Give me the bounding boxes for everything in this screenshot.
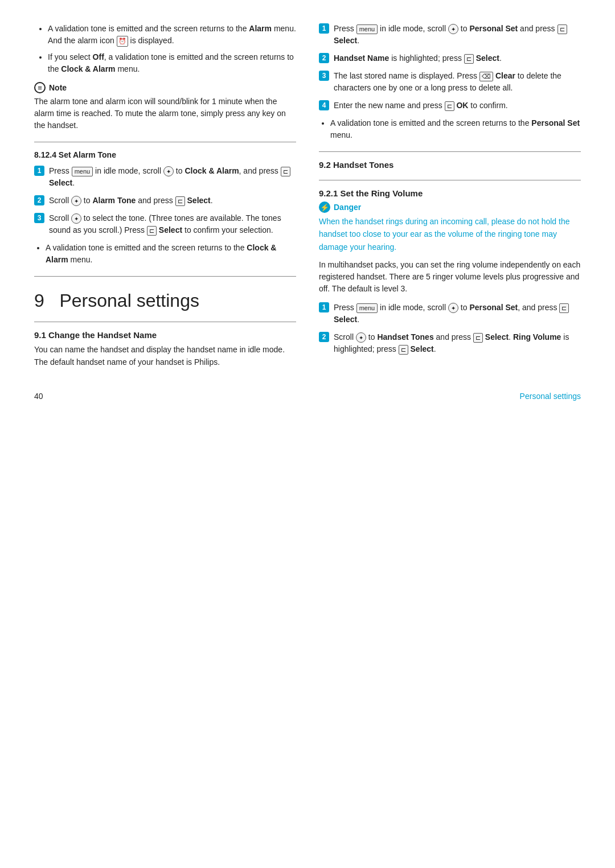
chapter-title: Personal settings <box>59 290 199 311</box>
step-list-8124: 1 Press menu in idle mode, scroll ✦ to C… <box>34 165 296 236</box>
step-content-3: Scroll ✦ to select the tone. (Three tone… <box>49 212 296 236</box>
section-921-intro: In multihandset packs, you can set the r… <box>319 259 581 295</box>
step-3: 3 Scroll ✦ to select the tone. (Three to… <box>34 212 296 236</box>
step-content-r3: The last stored name is displayed. Press… <box>334 70 581 94</box>
page-number: 40 <box>34 392 43 401</box>
step-content-921-2: Scroll ✦ to Handset Tones and press ⊏ Se… <box>334 331 581 355</box>
step-list-91: 1 Press menu in idle mode, scroll ✦ to P… <box>319 23 581 112</box>
chapter-number: 9 <box>34 290 44 311</box>
select-key-r2: ⊏ <box>464 54 474 64</box>
note-box: ≡ Note The alarm tone and alarm icon wil… <box>34 82 296 131</box>
divider-r2 <box>319 180 581 180</box>
divider-1 <box>34 142 296 142</box>
step-badge-r2: 2 <box>319 53 329 63</box>
step-badge-921-2: 2 <box>319 332 329 342</box>
subsection-8124-title: 8.12.4 Set Alarm Tone <box>34 150 296 159</box>
step-badge-r1: 1 <box>319 23 329 34</box>
step-content-1: Press menu in idle mode, scroll ✦ to Clo… <box>49 165 296 189</box>
section-92-title: 9.2 Handset Tones <box>319 160 581 170</box>
step-badge-3: 3 <box>34 213 44 223</box>
footer-section-name: Personal settings <box>520 392 581 401</box>
step-badge-2: 2 <box>34 195 44 205</box>
subsection-91: 9.1 Change the Handset Name You can name… <box>34 330 296 369</box>
select-key-921-2b: ⊏ <box>399 345 408 355</box>
section-91-text: You can name the handset and display the… <box>34 343 296 369</box>
select-key-921-1: ⊏ <box>559 303 569 313</box>
chapter-heading: 9 Personal settings <box>34 290 296 311</box>
step-list-921: 1 Press menu in idle mode, scroll ✦ to P… <box>319 302 581 355</box>
section-91-title: 9.1 Change the Handset Name <box>34 330 296 340</box>
step-badge-r3: 3 <box>319 71 329 81</box>
danger-text: When the handset rings during an incomin… <box>319 215 581 253</box>
scroll-icon-2: ✦ <box>71 196 81 206</box>
scroll-icon-r1: ✦ <box>448 24 458 34</box>
note-text: The alarm tone and alarm icon will sound… <box>34 96 296 131</box>
note-icon: ≡ <box>34 82 46 93</box>
page-layout: A validation tone is emitted and the scr… <box>34 23 581 369</box>
divider-r1 <box>319 151 581 152</box>
bullet-2: If you select Off, a validation tone is … <box>48 51 296 75</box>
step-r1: 1 Press menu in idle mode, scroll ✦ to P… <box>319 23 581 47</box>
step-1: 1 Press menu in idle mode, scroll ✦ to C… <box>34 165 296 189</box>
danger-title: ⚡ Danger <box>319 201 581 213</box>
select-key-r1: ⊏ <box>557 24 567 34</box>
step-content-r4: Enter the new name and press ⊏ OK to con… <box>334 100 581 112</box>
select-key-r4: ⊏ <box>445 101 454 111</box>
step-2: 2 Scroll ✦ to Alarm Tone and press ⊏ Sel… <box>34 195 296 207</box>
danger-label: Danger <box>334 203 361 212</box>
clear-key-r3: ⌫ <box>479 72 493 81</box>
top-bullets: A validation tone is emitted and the scr… <box>34 23 296 75</box>
menu-key-r1: menu <box>356 24 378 34</box>
step-content-r2: Handset Name is highlighted; press ⊏ Sel… <box>334 52 581 64</box>
step-badge-1: 1 <box>34 166 44 176</box>
page-footer: 40 Personal settings <box>34 392 581 401</box>
left-column: A validation tone is emitted and the scr… <box>34 23 296 369</box>
sub-bullets-r-top: A validation tone is emitted and the scr… <box>319 117 581 141</box>
step-r2: 2 Handset Name is highlighted; press ⊏ S… <box>319 52 581 64</box>
bullet-1: A validation tone is emitted and the scr… <box>48 23 296 47</box>
section-921-title: 9.2.1 Set the Ring Volume <box>319 188 581 198</box>
step-content-921-1: Press menu in idle mode, scroll ✦ to Per… <box>334 302 581 326</box>
divider-2 <box>34 276 296 277</box>
menu-key: menu <box>72 167 93 176</box>
step-r3: 3 The last stored name is displayed. Pre… <box>319 70 581 94</box>
select-key-1: ⊏ <box>281 167 290 176</box>
step-921-1: 1 Press menu in idle mode, scroll ✦ to P… <box>319 302 581 326</box>
select-key-3: ⊏ <box>147 226 157 236</box>
step-badge-921-1: 1 <box>319 302 329 312</box>
scroll-icon-1: ✦ <box>163 166 174 176</box>
danger-icon: ⚡ <box>319 201 330 213</box>
sub-bullet-1: A validation tone is emitted and the scr… <box>46 242 296 266</box>
step-content-r1: Press menu in idle mode, scroll ✦ to Per… <box>334 23 581 47</box>
sub-bullet-r1: A validation tone is emitted and the scr… <box>330 117 581 141</box>
note-title: ≡ Note <box>34 82 296 93</box>
note-label: Note <box>49 83 67 92</box>
step-r4: 4 Enter the new name and press ⊏ OK to c… <box>319 100 581 112</box>
right-column: 1 Press menu in idle mode, scroll ✦ to P… <box>319 23 581 369</box>
menu-key-921-1: menu <box>356 303 378 313</box>
subsection-92: 9.2 Handset Tones <box>319 160 581 170</box>
select-key-2: ⊏ <box>175 196 185 206</box>
scroll-icon-3: ✦ <box>71 213 81 224</box>
subsection-8124: 8.12.4 Set Alarm Tone 1 Press menu in id… <box>34 150 296 266</box>
sub-bullets-8124: A validation tone is emitted and the scr… <box>34 242 296 266</box>
subsection-921: 9.2.1 Set the Ring Volume ⚡ Danger When … <box>319 188 581 355</box>
step-921-2: 2 Scroll ✦ to Handset Tones and press ⊏ … <box>319 331 581 355</box>
step-badge-r4: 4 <box>319 100 329 110</box>
step-content-2: Scroll ✦ to Alarm Tone and press ⊏ Selec… <box>49 195 296 207</box>
scroll-icon-921-2: ✦ <box>356 332 366 343</box>
select-key-921-2: ⊏ <box>473 333 483 343</box>
divider-3 <box>34 322 296 322</box>
scroll-icon-921-1: ✦ <box>448 303 458 313</box>
